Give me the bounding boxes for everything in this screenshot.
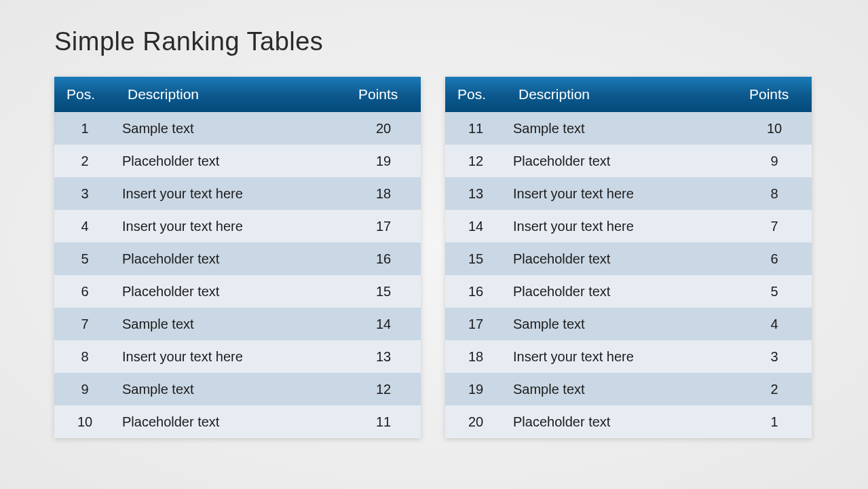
cell-desc: Insert your text here	[115, 186, 346, 202]
cell-pos: 18	[445, 349, 506, 365]
cell-pos: 11	[445, 121, 506, 137]
table-row: 9Sample text12	[54, 373, 421, 405]
ranking-table-right: Pos. Description Points 11Sample text10 …	[445, 77, 812, 438]
cell-points: 17	[346, 219, 421, 234]
cell-pos: 20	[445, 414, 506, 430]
cell-pos: 4	[54, 219, 115, 234]
cell-pos: 3	[54, 186, 115, 202]
table-row: 3Insert your text here18	[54, 177, 421, 210]
cell-points: 12	[346, 382, 421, 397]
cell-points: 5	[737, 284, 812, 300]
cell-desc: Sample text	[506, 316, 737, 332]
table-row: 10Placeholder text11	[54, 405, 421, 438]
cell-pos: 2	[54, 153, 115, 169]
cell-desc: Placeholder text	[506, 284, 737, 300]
cell-pos: 12	[445, 153, 506, 169]
cell-points: 1	[737, 414, 812, 430]
cell-desc: Sample text	[115, 316, 346, 332]
table-row: 17Sample text4	[445, 308, 812, 340]
cell-points: 11	[346, 414, 421, 430]
cell-pos: 15	[445, 251, 506, 267]
header-pos: Pos.	[54, 86, 115, 103]
table-header: Pos. Description Points	[445, 77, 812, 112]
cell-pos: 13	[445, 186, 506, 202]
cell-desc: Insert your text here	[115, 349, 346, 365]
table-row: 19Sample text2	[445, 373, 812, 405]
cell-desc: Placeholder text	[115, 153, 346, 169]
table-row: 8Insert your text here13	[54, 340, 421, 373]
cell-pos: 5	[54, 251, 115, 267]
table-row: 18Insert your text here3	[445, 340, 812, 373]
cell-points: 6	[737, 251, 812, 267]
cell-pos: 6	[54, 284, 115, 300]
table-row: 1Sample text20	[54, 112, 421, 145]
table-row: 13Insert your text here8	[445, 177, 812, 210]
table-row: 2Placeholder text19	[54, 145, 421, 177]
cell-pos: 14	[445, 219, 506, 234]
cell-pos: 16	[445, 284, 506, 300]
cell-points: 2	[737, 382, 812, 397]
cell-desc: Insert your text here	[506, 349, 737, 365]
cell-pos: 10	[54, 414, 115, 430]
header-points: Points	[737, 86, 812, 103]
table-row: 16Placeholder text5	[445, 275, 812, 308]
table-row: 20Placeholder text1	[445, 405, 812, 438]
cell-pos: 8	[54, 349, 115, 365]
slide: Simple Ranking Tables Pos. Description P…	[0, 0, 868, 489]
cell-points: 3	[737, 349, 812, 365]
table-header: Pos. Description Points	[54, 77, 421, 112]
cell-points: 8	[737, 186, 812, 202]
cell-pos: 7	[54, 316, 115, 332]
header-desc: Description	[115, 86, 346, 103]
cell-desc: Sample text	[115, 382, 346, 397]
cell-points: 18	[346, 186, 421, 202]
cell-points: 7	[737, 219, 812, 234]
header-pos: Pos.	[445, 86, 506, 103]
table-row: 4Insert your text here17	[54, 210, 421, 242]
cell-desc: Sample text	[506, 382, 737, 397]
cell-pos: 9	[54, 382, 115, 397]
cell-points: 19	[346, 153, 421, 169]
ranking-table-left: Pos. Description Points 1Sample text20 2…	[54, 77, 421, 438]
cell-desc: Placeholder text	[506, 251, 737, 267]
table-row: 14Insert your text here7	[445, 210, 812, 242]
cell-points: 10	[737, 121, 812, 137]
cell-desc: Placeholder text	[115, 414, 346, 430]
cell-desc: Placeholder text	[115, 284, 346, 300]
cell-desc: Placeholder text	[506, 153, 737, 169]
cell-points: 20	[346, 121, 421, 137]
cell-desc: Sample text	[506, 121, 737, 137]
cell-desc: Sample text	[115, 121, 346, 137]
cell-pos: 17	[445, 316, 506, 332]
cell-pos: 19	[445, 382, 506, 397]
tables-container: Pos. Description Points 1Sample text20 2…	[54, 77, 814, 438]
cell-points: 16	[346, 251, 421, 267]
cell-points: 15	[346, 284, 421, 300]
cell-points: 9	[737, 153, 812, 169]
table-row: 15Placeholder text6	[445, 242, 812, 275]
header-desc: Description	[506, 86, 737, 103]
table-row: 6Placeholder text15	[54, 275, 421, 308]
table-row: 12Placeholder text9	[445, 145, 812, 177]
page-title: Simple Ranking Tables	[54, 27, 814, 56]
cell-pos: 1	[54, 121, 115, 137]
cell-points: 14	[346, 316, 421, 332]
table-row: 7Sample text14	[54, 308, 421, 340]
table-row: 11Sample text10	[445, 112, 812, 145]
cell-desc: Insert your text here	[506, 219, 737, 234]
cell-points: 13	[346, 349, 421, 365]
table-row: 5Placeholder text16	[54, 242, 421, 275]
cell-desc: Placeholder text	[115, 251, 346, 267]
cell-desc: Insert your text here	[506, 186, 737, 202]
cell-desc: Insert your text here	[115, 219, 346, 234]
cell-desc: Placeholder text	[506, 414, 737, 430]
header-points: Points	[346, 86, 421, 103]
cell-points: 4	[737, 316, 812, 332]
